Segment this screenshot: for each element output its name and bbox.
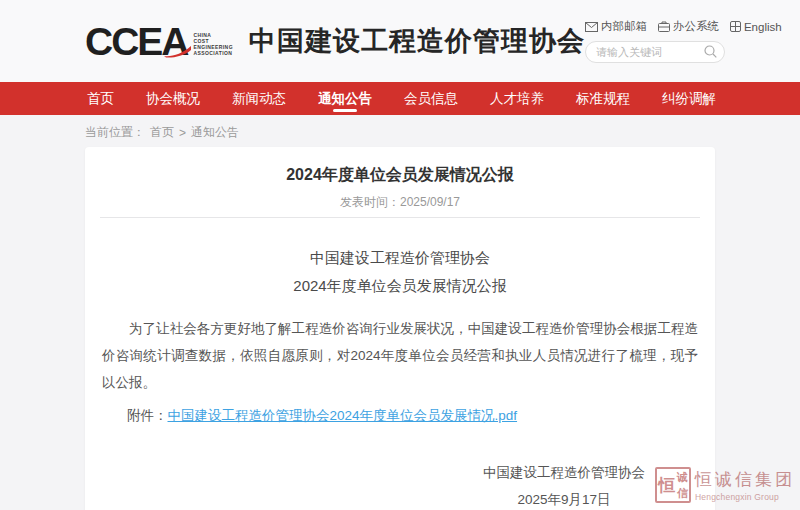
briefcase-icon xyxy=(658,21,670,32)
internal-mail-link[interactable]: 内部邮箱 xyxy=(585,19,647,34)
office-link-label: 办公系统 xyxy=(673,19,719,34)
signature-date: 2025年9月17日 xyxy=(483,490,645,510)
main-nav: 首页 协会概况 新闻动态 通知公告 会员信息 人才培养 标准规程 纠纷调解 xyxy=(0,82,800,115)
nav-item-notices[interactable]: 通知公告 xyxy=(316,82,374,115)
breadcrumb-separator: > xyxy=(179,126,186,140)
document-heading-line1: 中国建设工程造价管理协会 xyxy=(100,247,700,269)
search-icon xyxy=(704,45,717,58)
watermark-logo-char: 诚 xyxy=(677,470,688,485)
watermark-logo-char: 恒 xyxy=(659,474,676,497)
article-title: 2024年度单位会员发展情况公报 xyxy=(100,165,700,185)
nav-item-talent-training[interactable]: 人才培养 xyxy=(488,82,546,115)
mail-icon xyxy=(585,22,598,32)
globe-icon xyxy=(730,21,741,32)
article-panel: 2024年度单位会员发展情况公报 发表时间：2025/09/17 中国建设工程造… xyxy=(85,147,715,510)
nav-item-home[interactable]: 首页 xyxy=(85,82,116,115)
attachment-label: 附件： xyxy=(127,408,168,423)
watermark-name: 恒诚信集团 xyxy=(695,468,795,491)
hengchengxin-watermark: 恒 诚 信 恒诚信集团 Hengchengxin Group xyxy=(655,467,795,503)
breadcrumb-home-link[interactable]: 首页 xyxy=(150,124,174,141)
search-button[interactable] xyxy=(704,45,717,61)
document-heading-line2: 2024年度单位会员发展情况公报 xyxy=(100,275,700,297)
mail-link-label: 内部邮箱 xyxy=(601,19,647,34)
english-link[interactable]: English xyxy=(730,21,782,33)
logo-red-swoosh-icon xyxy=(164,46,192,58)
search-box xyxy=(585,41,725,63)
breadcrumb-current-link[interactable]: 通知公告 xyxy=(191,124,239,141)
breadcrumb-prefix: 当前位置： xyxy=(85,124,145,141)
breadcrumb: 当前位置： 首页 > 通知公告 xyxy=(85,124,800,141)
nav-item-news[interactable]: 新闻动态 xyxy=(230,82,288,115)
signature-block: 中国建设工程造价管理协会 2025年9月17日 xyxy=(483,463,645,510)
watermark-logo-char: 信 xyxy=(677,486,688,501)
hengchengxin-logo-icon: 恒 诚 信 xyxy=(655,467,691,503)
watermark-name-en: Hengchengxin Group xyxy=(695,492,795,502)
article-publish-date: 发表时间：2025/09/17 xyxy=(100,194,700,210)
title-divider xyxy=(100,217,700,218)
site-title: 中国建设工程造价管理协会 xyxy=(249,23,585,59)
english-link-label: English xyxy=(744,21,782,33)
attachment-pdf-link[interactable]: 中国建设工程造价管理协会2024年度单位会员发展情况.pdf xyxy=(168,408,518,423)
header-utilities: 内部邮箱 办公系统 English xyxy=(585,19,727,63)
article-body-paragraph: 为了让社会各方更好地了解工程造价咨询行业发展状况，中国建设工程造价管理协会根据工… xyxy=(100,315,700,396)
nav-item-member-info[interactable]: 会员信息 xyxy=(402,82,460,115)
nav-item-standards[interactable]: 标准规程 xyxy=(574,82,632,115)
utility-links: 内部邮箱 办公系统 English xyxy=(585,19,727,34)
ccea-logo-text: CCEA xyxy=(85,22,188,61)
site-logo[interactable]: CCEA CHINA COST ENGINEERING ASSOCIATION … xyxy=(85,22,585,61)
site-header: CCEA CHINA COST ENGINEERING ASSOCIATION … xyxy=(0,0,800,82)
nav-item-dispute-mediation[interactable]: 纠纷调解 xyxy=(660,82,718,115)
office-system-link[interactable]: 办公系统 xyxy=(658,19,719,34)
logo-subtext: CHINA COST ENGINEERING ASSOCIATION xyxy=(194,32,233,56)
watermark-text: 恒诚信集团 Hengchengxin Group xyxy=(695,468,795,502)
signature-name: 中国建设工程造价管理协会 xyxy=(483,463,645,483)
nav-item-association-overview[interactable]: 协会概况 xyxy=(144,82,202,115)
attachment-row: 附件：中国建设工程造价管理协会2024年度单位会员发展情况.pdf xyxy=(100,407,700,425)
